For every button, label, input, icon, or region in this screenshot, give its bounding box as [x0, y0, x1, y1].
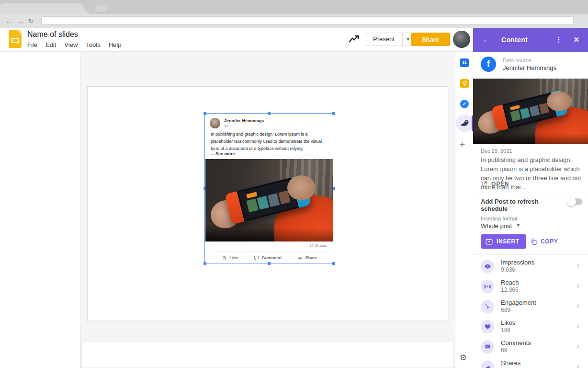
post-body-text: In publishing and graphic design, Lorem …: [211, 131, 328, 152]
add-addon-icon[interactable]: +: [459, 139, 465, 150]
menu-tools[interactable]: Tools: [86, 41, 100, 48]
comment-button[interactable]: Comment: [254, 255, 282, 261]
comment-icon: [254, 255, 260, 261]
activity-trend-icon[interactable]: [348, 34, 360, 46]
panel-menu-icon[interactable]: ⋮: [555, 35, 563, 44]
refresh-schedule-toggle[interactable]: [568, 198, 582, 205]
back-icon[interactable]: ←: [5, 16, 12, 26]
click-icon: [481, 300, 494, 313]
insert-button[interactable]: INSERT: [481, 234, 526, 249]
data-source-name: Jennifer Hemmings: [503, 64, 556, 71]
panel-close-icon[interactable]: ✕: [573, 35, 579, 44]
tasks-icon[interactable]: ✓: [460, 100, 469, 108]
settings-gear-icon[interactable]: ⚙: [460, 353, 467, 363]
metric-row-impressions[interactable]: Impressions 9,636 ›: [473, 256, 588, 276]
browser-tab-strip: [0, 0, 588, 14]
keep-icon[interactable]: [460, 79, 469, 88]
screen: ← → ↻ Name of slides File Edit View Tool…: [0, 0, 588, 368]
speaker-notes[interactable]: [81, 342, 454, 368]
logo-inner: [11, 38, 19, 43]
account-avatar[interactable]: [453, 31, 470, 48]
chevron-down-icon[interactable]: ▼: [516, 223, 520, 228]
metric-row-shares[interactable]: Shares ›: [473, 357, 588, 368]
like-button[interactable]: Like: [221, 255, 238, 261]
chevron-right-icon: ›: [577, 361, 579, 368]
browser-tab[interactable]: [0, 3, 89, 14]
menu-help[interactable]: Help: [109, 41, 122, 48]
present-button-group: Present ▼: [365, 33, 414, 46]
refresh-schedule-label: Add Post to refresh schedule: [481, 198, 562, 212]
share-icon: [481, 360, 494, 368]
post-see-more: ... See more: [211, 151, 235, 156]
metric-row-reach[interactable]: Reach 12,365 ›: [473, 276, 588, 297]
insert-icon: [486, 239, 493, 245]
toggle-knob: [566, 197, 576, 207]
divider: [473, 254, 588, 255]
panel-header: ← Content ⋮ ✕: [473, 28, 588, 52]
heart-icon: [481, 320, 494, 334]
post-share-count: 17 Shares: [310, 243, 327, 248]
metric-row-likes[interactable]: Likes 196 ›: [473, 317, 588, 337]
menu-view[interactable]: View: [64, 41, 78, 48]
chevron-right-icon: ›: [577, 301, 579, 310]
resize-handle[interactable]: [332, 112, 335, 115]
resize-handle[interactable]: [268, 112, 271, 115]
slides-logo-icon[interactable]: [9, 30, 22, 48]
document-title[interactable]: Name of slides: [27, 30, 78, 39]
chevron-right-icon: ›: [577, 261, 579, 270]
metric-row-engagement[interactable]: Engagement 689 ›: [473, 297, 588, 317]
inserting-format-label: Inserting format: [481, 216, 517, 221]
menubar: File Edit View Tools Help: [27, 41, 121, 48]
post-timestamp: 4h: [224, 124, 228, 128]
thumb-up-icon: [221, 255, 227, 261]
panel-post-date: Dec 29, 2021: [481, 148, 512, 154]
open-post-link[interactable]: OPEN: [481, 181, 509, 187]
workspace-side-rail: 31 ✓ + ⚙: [455, 52, 473, 368]
menu-file[interactable]: File: [27, 41, 37, 48]
post-photo: [205, 159, 333, 242]
chevron-right-icon: ›: [577, 281, 579, 290]
metrics-list: Impressions 9,636 › Reach 12,365 › Engag…: [473, 256, 588, 368]
logo-fold: [17, 30, 22, 34]
share-arrow-icon: [297, 255, 303, 261]
menu-edit[interactable]: Edit: [45, 41, 56, 48]
share-post-button[interactable]: Share: [297, 255, 317, 261]
broadcast-icon: [481, 280, 494, 293]
divider: [473, 193, 588, 193]
panel-back-icon[interactable]: ←: [483, 35, 491, 45]
reload-icon[interactable]: ↻: [28, 16, 34, 26]
calendar-icon[interactable]: 31: [460, 58, 469, 67]
addon-bird-icon[interactable]: [456, 115, 473, 132]
chevron-right-icon: ›: [577, 321, 579, 331]
share-button[interactable]: Share: [411, 33, 450, 46]
facebook-icon: f: [481, 57, 496, 72]
content-panel: f Data source Jennifer Hemmings Dec 29, …: [473, 52, 588, 368]
divider: [473, 77, 588, 77]
panel-post-photo: [473, 79, 588, 144]
metric-row-comments[interactable]: Comments 69 ›: [473, 337, 588, 357]
resize-handle[interactable]: [204, 112, 206, 115]
post-author-avatar: [210, 118, 220, 128]
inserting-format-select[interactable]: Whole post: [481, 222, 512, 230]
chevron-right-icon: ›: [577, 341, 579, 351]
post-author-name: Jennifer Hemmings: [224, 118, 264, 123]
copy-button[interactable]: COPY: [531, 234, 558, 249]
comment-icon: [481, 340, 494, 354]
external-link-icon: [481, 181, 487, 187]
panel-title: Content: [501, 36, 528, 44]
slide-filmstrip[interactable]: [0, 52, 80, 368]
forward-icon[interactable]: →: [17, 16, 24, 26]
address-bar[interactable]: [41, 16, 574, 24]
post-action-bar: Like Comment Share: [205, 252, 334, 264]
data-source-label: Data source: [503, 58, 531, 63]
copy-icon: [531, 238, 537, 245]
present-button[interactable]: Present: [365, 33, 402, 46]
eye-icon: [481, 260, 494, 273]
slide-post-element[interactable]: Jennifer Hemmings 4h In publishing and g…: [205, 114, 334, 264]
